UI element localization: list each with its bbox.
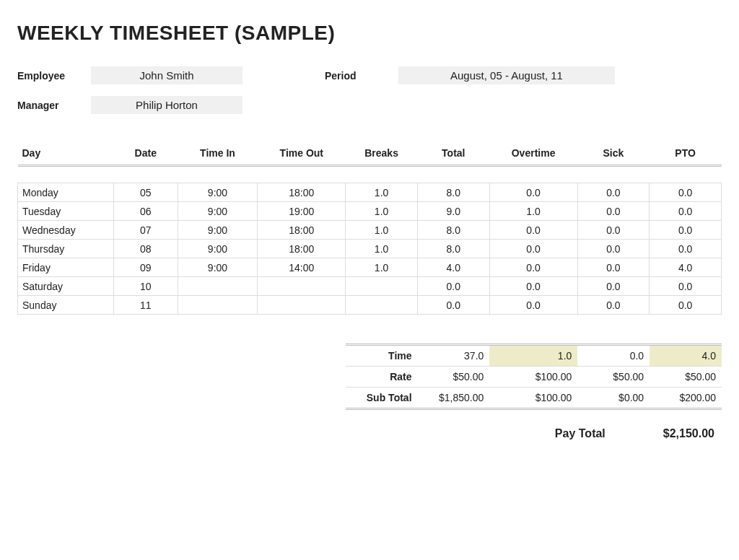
summary-time-pto: 4.0 bbox=[650, 345, 722, 367]
cell-pto[interactable]: 4.0 bbox=[650, 258, 722, 277]
cell-in[interactable]: 9:00 bbox=[178, 202, 258, 221]
pay-total-value: $2,150.00 bbox=[663, 427, 714, 440]
meta-row-1: Employee John Smith Period August, 05 - … bbox=[17, 66, 722, 84]
cell-total[interactable]: 4.0 bbox=[417, 258, 489, 277]
cell-sick[interactable]: 0.0 bbox=[577, 240, 650, 258]
cell-total[interactable]: 8.0 bbox=[417, 183, 489, 202]
col-overtime: Overtime bbox=[489, 143, 577, 166]
summary-subtotal-row: Sub Total $1,850.00 $100.00 $0.00 $200.0… bbox=[17, 388, 722, 409]
summary-time-sick: 0.0 bbox=[577, 345, 650, 367]
cell-in[interactable]: 9:00 bbox=[178, 258, 258, 277]
summary-time-label: Time bbox=[346, 345, 418, 367]
cell-day[interactable]: Tuesday bbox=[18, 202, 114, 221]
cell-in[interactable]: 9:00 bbox=[178, 240, 258, 258]
cell-pto[interactable]: 0.0 bbox=[650, 221, 722, 240]
page-title: WEEKLY TIMESHEET (SAMPLE) bbox=[17, 22, 722, 45]
summary-time-ot: 1.0 bbox=[489, 345, 577, 367]
summary-subtotal-label: Sub Total bbox=[346, 388, 418, 409]
pay-total-label: Pay Total bbox=[555, 427, 605, 440]
summary-table: Time 37.0 1.0 0.0 4.0 Rate $50.00 $100.0… bbox=[17, 344, 722, 410]
summary-rate-label: Rate bbox=[346, 367, 418, 388]
cell-date[interactable]: 09 bbox=[113, 258, 178, 277]
pay-total-row: Pay Total $2,150.00 bbox=[17, 427, 722, 440]
cell-breaks[interactable]: 1.0 bbox=[346, 202, 418, 221]
employee-field[interactable]: John Smith bbox=[91, 66, 242, 84]
cell-breaks[interactable]: 1.0 bbox=[346, 183, 418, 202]
cell-breaks[interactable] bbox=[346, 296, 418, 315]
cell-sick[interactable]: 0.0 bbox=[577, 296, 650, 315]
cell-date[interactable]: 08 bbox=[113, 240, 178, 258]
cell-total[interactable]: 0.0 bbox=[417, 296, 489, 315]
cell-ot[interactable]: 0.0 bbox=[489, 221, 577, 240]
cell-total[interactable]: 9.0 bbox=[417, 202, 489, 221]
table-row: Friday099:0014:001.04.00.00.04.0 bbox=[18, 258, 722, 277]
summary-time-total: 37.0 bbox=[418, 345, 490, 367]
cell-out[interactable]: 18:00 bbox=[258, 183, 346, 202]
cell-in[interactable] bbox=[178, 277, 258, 296]
col-pto: PTO bbox=[650, 143, 722, 166]
cell-pto[interactable]: 0.0 bbox=[650, 202, 722, 221]
summary-time-row: Time 37.0 1.0 0.0 4.0 bbox=[17, 345, 722, 367]
summary-subtotal-total: $1,850.00 bbox=[418, 388, 490, 409]
cell-total[interactable]: 8.0 bbox=[417, 221, 489, 240]
summary-rate-sick: $50.00 bbox=[577, 367, 650, 388]
period-label: Period bbox=[325, 70, 390, 82]
table-header-row: Day Date Time In Time Out Breaks Total O… bbox=[18, 143, 722, 166]
cell-sick[interactable]: 0.0 bbox=[577, 221, 650, 240]
col-sick: Sick bbox=[577, 143, 650, 166]
cell-pto[interactable]: 0.0 bbox=[650, 240, 722, 258]
cell-date[interactable]: 05 bbox=[113, 183, 178, 202]
cell-date[interactable]: 10 bbox=[113, 277, 178, 296]
cell-date[interactable]: 06 bbox=[113, 202, 178, 221]
cell-ot[interactable]: 0.0 bbox=[489, 240, 577, 258]
cell-breaks[interactable]: 1.0 bbox=[346, 240, 418, 258]
col-time-in: Time In bbox=[178, 143, 258, 166]
period-field[interactable]: August, 05 - August, 11 bbox=[398, 66, 615, 84]
cell-sick[interactable]: 0.0 bbox=[577, 277, 650, 296]
cell-in[interactable] bbox=[178, 296, 258, 315]
table-row: Wednesday079:0018:001.08.00.00.00.0 bbox=[18, 221, 722, 240]
col-total: Total bbox=[417, 143, 489, 166]
cell-day[interactable]: Saturday bbox=[18, 277, 114, 296]
cell-day[interactable]: Monday bbox=[18, 183, 114, 202]
cell-date[interactable]: 11 bbox=[113, 296, 178, 315]
table-row: Tuesday069:0019:001.09.01.00.00.0 bbox=[18, 202, 722, 221]
cell-in[interactable]: 9:00 bbox=[178, 221, 258, 240]
cell-day[interactable]: Sunday bbox=[18, 296, 114, 315]
cell-out[interactable]: 18:00 bbox=[258, 221, 346, 240]
table-row: Sunday110.00.00.00.0 bbox=[18, 296, 722, 315]
manager-field[interactable]: Philip Horton bbox=[91, 96, 242, 114]
cell-ot[interactable]: 0.0 bbox=[489, 277, 577, 296]
cell-sick[interactable]: 0.0 bbox=[577, 183, 650, 202]
employee-label: Employee bbox=[17, 70, 82, 82]
cell-day[interactable]: Wednesday bbox=[18, 221, 114, 240]
cell-pto[interactable]: 0.0 bbox=[650, 296, 722, 315]
cell-sick[interactable]: 0.0 bbox=[577, 202, 650, 221]
cell-out[interactable]: 18:00 bbox=[258, 240, 346, 258]
summary-rate-ot: $100.00 bbox=[489, 367, 577, 388]
cell-in[interactable]: 9:00 bbox=[178, 183, 258, 202]
cell-pto[interactable]: 0.0 bbox=[650, 277, 722, 296]
cell-breaks[interactable]: 1.0 bbox=[346, 258, 418, 277]
cell-pto[interactable]: 0.0 bbox=[650, 183, 722, 202]
cell-out[interactable] bbox=[258, 277, 346, 296]
cell-ot[interactable]: 0.0 bbox=[489, 183, 577, 202]
cell-ot[interactable]: 1.0 bbox=[489, 202, 577, 221]
cell-out[interactable]: 14:00 bbox=[258, 258, 346, 277]
cell-ot[interactable]: 0.0 bbox=[489, 296, 577, 315]
meta-row-2: Manager Philip Horton bbox=[17, 96, 722, 114]
cell-ot[interactable]: 0.0 bbox=[489, 258, 577, 277]
cell-breaks[interactable]: 1.0 bbox=[346, 221, 418, 240]
cell-breaks[interactable] bbox=[346, 277, 418, 296]
cell-out[interactable] bbox=[258, 296, 346, 315]
col-date: Date bbox=[113, 143, 178, 166]
cell-sick[interactable]: 0.0 bbox=[577, 258, 650, 277]
cell-total[interactable]: 0.0 bbox=[417, 277, 489, 296]
cell-total[interactable]: 8.0 bbox=[417, 240, 489, 258]
cell-day[interactable]: Friday bbox=[18, 258, 114, 277]
cell-out[interactable]: 19:00 bbox=[258, 202, 346, 221]
cell-day[interactable]: Thursday bbox=[18, 240, 114, 258]
cell-date[interactable]: 07 bbox=[113, 221, 178, 240]
summary-subtotal-sick: $0.00 bbox=[577, 388, 650, 409]
table-row: Thursday089:0018:001.08.00.00.00.0 bbox=[18, 240, 722, 258]
